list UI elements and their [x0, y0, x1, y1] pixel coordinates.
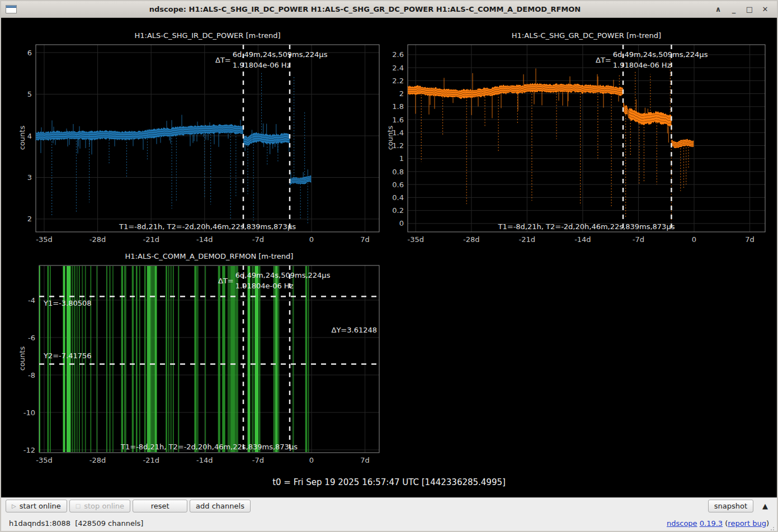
x-tick-label: -28d [89, 235, 106, 244]
rfmon-bar [293, 266, 294, 452]
rfmon-bar [173, 266, 174, 452]
rfmon-bar [48, 266, 49, 452]
rfmon-bar [67, 266, 71, 452]
paren-close: ) [766, 519, 769, 528]
rfmon-bar [218, 266, 220, 452]
rfmon-bar [77, 266, 78, 452]
y-tick-label: 0.8 [392, 168, 404, 176]
y-tick-label: 1.4 [392, 129, 404, 137]
x-tick-label: -7d [633, 235, 644, 244]
y-tick-label: -8 [28, 371, 35, 379]
rfmon-bar [171, 266, 172, 452]
rfmon-bar [228, 266, 231, 452]
rfmon-bar [305, 266, 307, 452]
reset-label: reset [151, 502, 169, 510]
rfmon-bar [147, 266, 151, 452]
rfmon-bar [136, 266, 138, 452]
resize-grip[interactable] [770, 525, 776, 531]
y-tick-label: 2.6 [392, 50, 404, 59]
x-tick-label: 7d [360, 456, 370, 464]
x-tick-label: 7d [745, 235, 755, 244]
rfmon-bar [124, 266, 126, 452]
plot-frame [39, 265, 379, 453]
rfmon-bar [82, 266, 83, 452]
x-tick-label: -14d [196, 235, 213, 244]
rfmon-bar [308, 266, 309, 452]
stop-online-button[interactable]: □ stop online [69, 500, 130, 512]
x-tick-label: -21d [519, 235, 536, 244]
start-online-button[interactable]: ▷ start online [6, 500, 67, 512]
y-tick-label: 0.6 [392, 180, 404, 189]
snapshot-button[interactable]: snapshot [708, 500, 753, 512]
ndscope-window: ndscope: H1:ALS-C_SHG_IR_DC_POWER H1:ALS… [0, 0, 778, 532]
report-bug-link[interactable]: report bug [728, 519, 766, 528]
y-tick-label: 2 [399, 89, 404, 98]
version-link[interactable]: 0.19.3 [700, 519, 723, 528]
x-tick-label: 7d [360, 235, 370, 244]
maximize-button[interactable]: □ [744, 5, 755, 13]
rfmon-bar [132, 266, 134, 452]
y-tick-label: -12 [23, 446, 35, 454]
toolbar: ▷ start online □ stop online reset add c… [1, 497, 777, 514]
rfmon-bar [178, 266, 179, 452]
rfmon-bar [85, 266, 86, 452]
rfmon-bar [151, 266, 155, 452]
rfmon-bar [230, 266, 235, 452]
rfmon-bar [79, 266, 80, 452]
add-channels-button[interactable]: add channels [190, 500, 251, 512]
rfmon-bar [39, 266, 40, 452]
rfmon-bar [252, 266, 254, 452]
expand-panel-toggle[interactable]: ▲ [762, 502, 768, 510]
rfmon-bar [222, 266, 225, 452]
ndscope-link[interactable]: ndscope [667, 519, 697, 528]
plot-grid: -35d-28d-21d-14d-7d07d65432-35d-28d-21d-… [1, 18, 777, 497]
shade-button[interactable]: ∧ [713, 5, 723, 13]
plot-frame [408, 45, 765, 232]
rfmon-bar [274, 266, 275, 452]
y-tick-label: 2.4 [392, 64, 404, 72]
rfmon-bar [90, 266, 91, 452]
rfmon-bar [166, 266, 167, 452]
x-tick-label: -35d [36, 456, 53, 464]
rfmon-bar [194, 266, 196, 452]
rfmon-bar [248, 266, 251, 452]
x-tick-label: 0 [309, 235, 314, 244]
titlebar[interactable]: ndscope: H1:ALS-C_SHG_IR_DC_POWER H1:ALS… [1, 1, 777, 18]
rfmon-bar [110, 266, 111, 452]
y-tick-label: 0 [399, 219, 404, 227]
y-tick-label: 4 [27, 132, 32, 140]
trend-band [243, 134, 252, 146]
x-tick-label: -14d [196, 456, 213, 464]
y-tick-label: -10 [23, 408, 35, 417]
y-tick-label: 1.2 [392, 141, 404, 150]
rfmon-bar [63, 266, 65, 452]
nds-server-status: h1daqnds1:8088 [428509 channels] [9, 519, 143, 528]
rfmon-bar [112, 266, 114, 452]
rfmon-bar [197, 266, 199, 452]
close-button[interactable]: ✕ [760, 5, 770, 13]
rfmon-bar [74, 266, 76, 452]
minimize-button[interactable]: _ [729, 5, 739, 13]
stop-icon: □ [76, 503, 81, 509]
snapshot-label: snapshot [714, 502, 747, 510]
y-tick-label: 0.4 [392, 193, 404, 202]
y-tick-label: 0.2 [392, 206, 404, 215]
rfmon-bar [72, 266, 73, 452]
y-tick-label: 2.2 [392, 77, 404, 85]
x-tick-label: -14d [574, 235, 591, 244]
rfmon-bar [96, 266, 97, 452]
plot-canvas[interactable]: -35d-28d-21d-14d-7d07d65432-35d-28d-21d-… [1, 18, 777, 497]
rfmon-bar [121, 266, 123, 452]
reset-button[interactable]: reset [133, 500, 187, 512]
x-tick-label: -7d [252, 235, 264, 244]
stop-online-label: stop online [84, 502, 124, 510]
y-tick-label: 2 [27, 215, 32, 223]
x-tick-label: -28d [463, 235, 480, 244]
rfmon-bar [168, 266, 169, 452]
rfmon-bar [154, 266, 157, 452]
version-links: ndscope 0.19.3 (report bug) [667, 519, 769, 528]
x-tick-label: -35d [407, 235, 424, 244]
rfmon-bar [139, 266, 140, 452]
trend-band [252, 132, 290, 145]
rfmon-bar [235, 266, 238, 452]
